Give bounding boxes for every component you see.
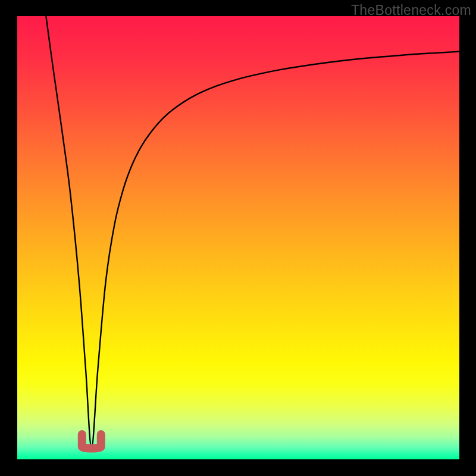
watermark-text: TheBottleneck.com	[351, 2, 471, 18]
chart-frame: TheBottleneck.com	[0, 0, 476, 476]
plot-area	[17, 16, 459, 459]
gradient-background	[17, 16, 459, 459]
plot-svg	[17, 16, 459, 459]
